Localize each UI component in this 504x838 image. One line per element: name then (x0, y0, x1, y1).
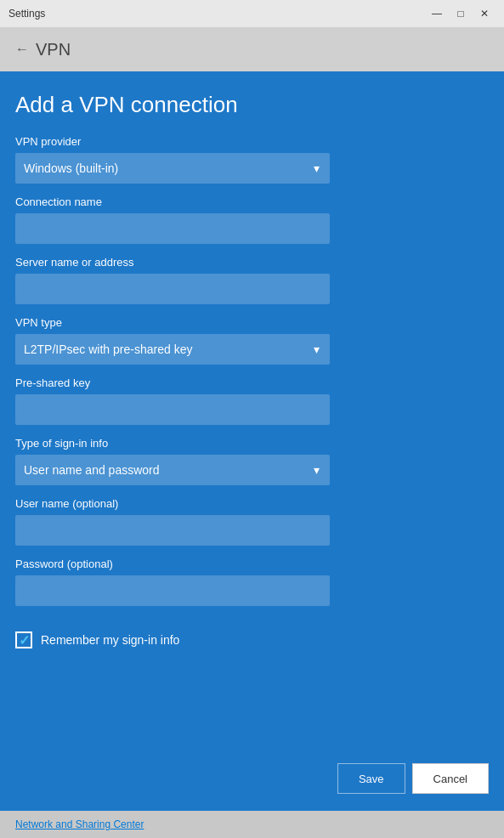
server-name-group: Server name or address (15, 256, 489, 304)
connection-name-input[interactable] (15, 213, 330, 244)
remember-signin-checkbox[interactable]: ✓ (15, 631, 32, 648)
cancel-button[interactable]: Cancel (412, 763, 489, 794)
close-button[interactable]: ✕ (473, 5, 496, 22)
pre-shared-key-input[interactable] (15, 394, 330, 425)
vpn-type-select[interactable]: Automatic PPTP L2TP/IPsec with certifica… (15, 334, 330, 365)
password-input[interactable] (15, 575, 330, 606)
vpn-provider-select[interactable]: Windows (built-in) (15, 153, 330, 184)
footer-area: Network and Sharing Center (0, 811, 504, 838)
title-bar-controls: — □ ✕ (426, 5, 496, 22)
sign-in-type-select-wrapper: User name and password Smart card One-ti… (15, 455, 330, 485)
vpn-provider-select-wrapper: Windows (built-in) (15, 153, 330, 184)
sign-in-type-group: Type of sign-in info User name and passw… (15, 437, 489, 485)
maximize-button[interactable]: □ (450, 5, 472, 22)
user-name-label: User name (optional) (15, 497, 489, 510)
password-label: Password (optional) (15, 558, 489, 570)
network-sharing-center-link[interactable]: Network and Sharing Center (15, 818, 144, 830)
title-bar: Settings — □ ✕ (0, 0, 504, 27)
vpn-type-group: VPN type Automatic PPTP L2TP/IPsec with … (15, 316, 489, 365)
pre-shared-key-group: Pre-shared key (15, 377, 489, 425)
connection-name-label: Connection name (15, 195, 489, 208)
header-title: VPN (36, 40, 71, 59)
minimize-button[interactable]: — (426, 5, 448, 22)
buttons-area: Save Cancel (0, 755, 504, 811)
pre-shared-key-label: Pre-shared key (15, 377, 489, 389)
vpn-provider-group: VPN provider Windows (built-in) (15, 135, 489, 184)
remember-signin-label: Remember my sign-in info (41, 633, 179, 647)
sign-in-type-select[interactable]: User name and password Smart card One-ti… (15, 455, 330, 485)
save-button[interactable]: Save (337, 763, 405, 794)
vpn-type-select-wrapper: Automatic PPTP L2TP/IPsec with certifica… (15, 334, 330, 365)
back-icon[interactable]: ← (15, 42, 29, 57)
header-area: ← VPN (0, 27, 504, 71)
server-name-label: Server name or address (15, 256, 489, 269)
sign-in-type-label: Type of sign-in info (15, 437, 489, 450)
vpn-provider-label: VPN provider (15, 135, 489, 148)
connection-name-group: Connection name (15, 195, 489, 244)
remember-signin-row: ✓ Remember my sign-in info (15, 631, 489, 648)
password-group: Password (optional) (15, 558, 489, 606)
server-name-input[interactable] (15, 274, 330, 304)
vpn-type-label: VPN type (15, 316, 489, 329)
user-name-input[interactable] (15, 515, 330, 546)
user-name-group: User name (optional) (15, 497, 489, 546)
main-content: Add a VPN connection VPN provider Window… (0, 71, 504, 755)
title-bar-title: Settings (8, 8, 45, 20)
page-title: Add a VPN connection (15, 92, 489, 118)
checkmark-icon: ✓ (19, 632, 30, 648)
